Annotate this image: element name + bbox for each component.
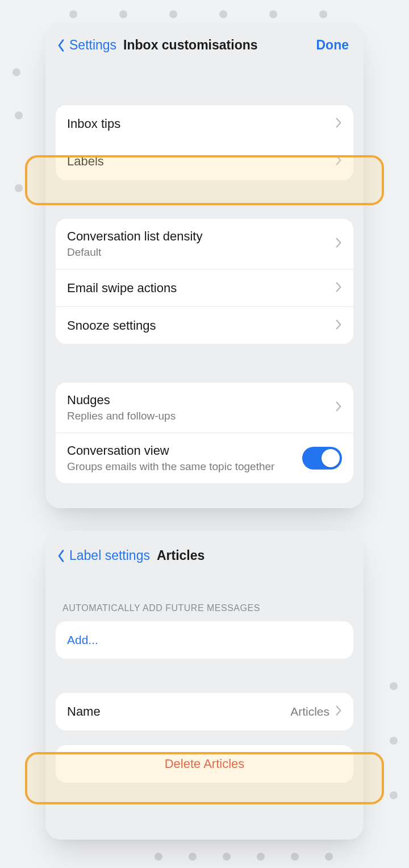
chevron-right-icon xyxy=(335,237,342,251)
row-label: Inbox tips xyxy=(67,117,328,131)
section-delete: Delete Articles xyxy=(56,745,353,783)
card-header: Settings Inbox customisations Done xyxy=(45,23,364,53)
page-title: Inbox customisations xyxy=(123,38,257,53)
chevron-right-icon xyxy=(335,117,342,131)
inbox-customisations-card: Settings Inbox customisations Done Inbox… xyxy=(45,23,364,508)
row-label: Email swipe actions xyxy=(67,281,328,296)
row-inbox-tips[interactable]: Inbox tips xyxy=(56,105,353,143)
card-header: Label settings Articles xyxy=(45,531,364,563)
label-settings-card: Label settings Articles AUTOMATICALLY AD… xyxy=(45,531,364,840)
section-list-settings: Conversation list density Default Email … xyxy=(56,219,353,344)
chevron-left-icon xyxy=(53,38,68,53)
done-button[interactable]: Done xyxy=(316,38,349,53)
group-header-auto-add: AUTOMATICALLY ADD FUTURE MESSAGES xyxy=(45,603,364,613)
row-conversation-density[interactable]: Conversation list density Default xyxy=(56,219,353,269)
row-snooze-settings[interactable]: Snooze settings xyxy=(56,306,353,344)
row-add[interactable]: Add... xyxy=(56,621,353,659)
back-label: Settings xyxy=(69,38,116,53)
row-nudges[interactable]: Nudges Replies and follow-ups xyxy=(56,383,353,433)
page-title: Articles xyxy=(157,548,204,563)
chevron-left-icon xyxy=(53,549,68,563)
row-label: Snooze settings xyxy=(67,318,328,333)
section-name: Name Articles xyxy=(56,693,353,730)
row-sublabel: Default xyxy=(67,246,328,259)
back-button[interactable]: Settings xyxy=(53,38,116,53)
section-add-rule: Add... xyxy=(56,621,353,659)
row-sublabel: Replies and follow-ups xyxy=(67,410,328,422)
chevron-right-icon xyxy=(335,155,342,168)
section-conversation: Nudges Replies and follow-ups Conversati… xyxy=(56,383,353,483)
section-inbox-tips: Inbox tips xyxy=(56,105,353,143)
chevron-right-icon xyxy=(335,705,342,719)
row-swipe-actions[interactable]: Email swipe actions xyxy=(56,269,353,306)
chevron-right-icon xyxy=(335,319,342,333)
conversation-view-toggle[interactable] xyxy=(302,447,342,470)
row-label: Labels xyxy=(67,154,328,169)
delete-label: Delete Articles xyxy=(165,757,245,771)
back-label: Label settings xyxy=(69,548,150,563)
row-conversation-view: Conversation view Groups emails with the… xyxy=(56,433,353,483)
name-value: Articles xyxy=(290,705,335,719)
delete-button[interactable]: Delete Articles xyxy=(56,745,353,783)
row-label: Nudges xyxy=(67,393,328,408)
chevron-right-icon xyxy=(335,401,342,414)
section-labels: Labels xyxy=(56,143,353,180)
row-sublabel: Groups emails with the same topic togeth… xyxy=(67,460,295,473)
back-button[interactable]: Label settings xyxy=(53,548,150,563)
row-label: Name xyxy=(67,704,283,719)
row-label: Conversation view xyxy=(67,443,295,458)
row-labels[interactable]: Labels xyxy=(56,143,353,180)
row-name[interactable]: Name Articles xyxy=(56,693,353,730)
chevron-right-icon xyxy=(335,281,342,295)
add-label: Add... xyxy=(67,633,98,647)
row-label: Conversation list density xyxy=(67,229,328,244)
